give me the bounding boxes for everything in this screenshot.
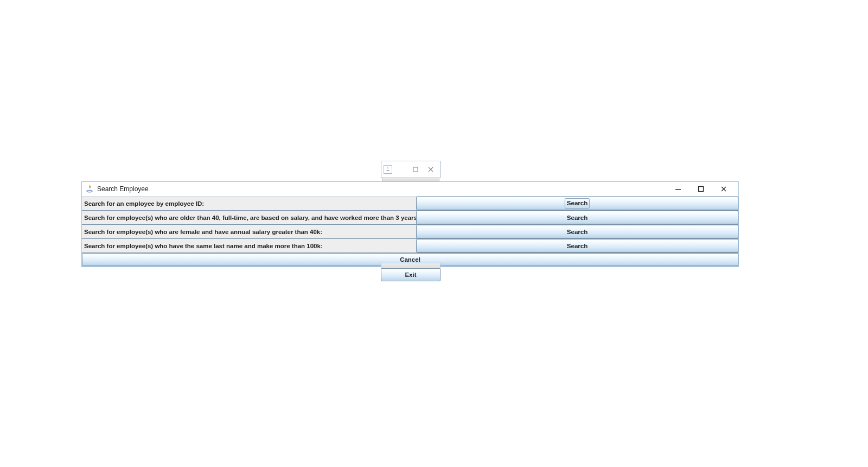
search-button-label: Search	[565, 198, 590, 209]
bg-close-icon[interactable]	[427, 166, 435, 173]
exit-button-label: Exit	[405, 272, 416, 278]
svg-rect-0	[413, 167, 418, 172]
search-row: Search for employee(s) who are female an…	[82, 225, 738, 239]
java-icon	[384, 165, 392, 174]
search-row: Search for employee(s) who are older tha…	[82, 211, 738, 225]
bg-maximize-icon[interactable]	[412, 166, 419, 173]
search-row-label: Search for an employee by employee ID:	[82, 197, 416, 210]
search-row: Search for an employee by employee ID: S…	[82, 197, 738, 211]
search-button-label: Search	[567, 214, 588, 221]
svg-rect-2	[675, 189, 681, 190]
search-row-label: Search for employee(s) who are older tha…	[82, 211, 416, 224]
search-row-label: Search for employee(s) who have the same…	[82, 239, 416, 253]
svg-rect-3	[699, 187, 704, 192]
search-button-label: Search	[567, 229, 588, 235]
window-title: Search Employee	[97, 185, 149, 193]
search-employee-window: Search Employee Search for an employee b…	[81, 181, 739, 267]
search-lastname-100k-button[interactable]: Search	[416, 239, 738, 253]
search-over40-button[interactable]: Search	[416, 211, 738, 224]
search-row-label: Search for employee(s) who are female an…	[82, 225, 416, 238]
exit-button[interactable]: Exit	[381, 268, 441, 281]
titlebar: Search Employee	[82, 182, 738, 197]
java-icon	[85, 185, 94, 193]
minimize-button[interactable]	[667, 182, 690, 195]
close-button[interactable]	[712, 182, 735, 195]
background-window-titlebar	[381, 161, 441, 178]
cancel-button-label: Cancel	[400, 256, 420, 263]
search-female-salary-button[interactable]: Search	[416, 225, 738, 238]
search-row: Search for employee(s) who have the same…	[82, 239, 738, 253]
search-by-id-button[interactable]: Search	[416, 197, 738, 210]
search-button-label: Search	[567, 243, 588, 249]
search-rows: Search for an employee by employee ID: S…	[82, 197, 738, 267]
maximize-button[interactable]	[690, 182, 712, 195]
